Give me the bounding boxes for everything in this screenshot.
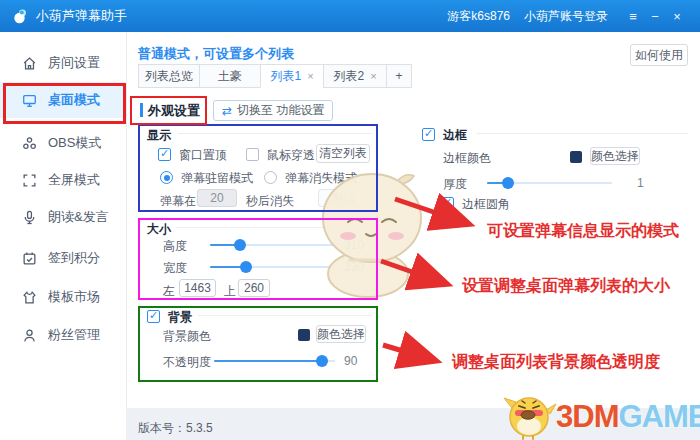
switch-button-label: 切换至 功能设置 (237, 102, 324, 119)
annotation-note-size: 设置调整桌面弹幕列表的大小 (462, 276, 670, 297)
divider (176, 227, 372, 228)
sidebar-item-obs-mode[interactable]: OBS模式 (0, 125, 125, 161)
background-checkbox[interactable] (147, 310, 160, 323)
sidebar-item-fans-management[interactable]: 粉丝管理 (0, 317, 125, 353)
app-title: 小葫芦弹幕助手 (36, 7, 127, 25)
border-group-title: 边框 (443, 127, 467, 144)
tab-label: 列表1 (270, 68, 301, 85)
danmu-stay-mode-radio[interactable] (160, 171, 173, 184)
height-label: 高度 (163, 238, 187, 255)
pos-top-label: 上 (224, 283, 236, 300)
version-label: 版本号：5.3.5 (138, 420, 213, 437)
brand-game-text: GAME (618, 399, 700, 434)
tab-label: + (395, 69, 402, 83)
danmu-vanish-mode-radio[interactable] (264, 171, 277, 184)
arrow-background-note (383, 345, 433, 360)
opacity-slider-track[interactable] (214, 360, 335, 362)
height-value: 310 (344, 238, 364, 252)
mouse-through-label: 鼠标穿透 (267, 147, 315, 164)
pos-left-input[interactable] (179, 279, 216, 297)
width-slider-thumb[interactable] (240, 261, 252, 273)
clear-list-button[interactable]: 清空列表 (316, 144, 370, 163)
danmu-stay-mode-label: 弹幕驻留模式 (181, 170, 253, 187)
tab-close-icon[interactable]: × (370, 70, 376, 82)
sidebar-item-label: 房间设置 (48, 54, 100, 72)
border-checkbox[interactable] (422, 128, 435, 141)
pos-left-label: 左 (163, 283, 175, 300)
height-slider-thumb[interactable] (234, 239, 246, 251)
login-link[interactable]: 小葫芦账号登录 (524, 8, 608, 25)
divider (178, 133, 372, 134)
tab-label: 列表总览 (145, 68, 193, 85)
obs-icon (22, 136, 37, 151)
border-color-picker-button[interactable]: 颜色选择 (590, 147, 640, 165)
page-title: 普通模式，可设置多个列表 (138, 45, 294, 63)
title-bar: 小葫芦弹幕助手 游客k6s876 小葫芦账号登录 ≡ − × (0, 0, 700, 32)
3dm-chick-mascot (502, 392, 560, 440)
border-rounded-label: 边框圆角 (462, 196, 510, 213)
close-icon[interactable]: × (666, 9, 688, 24)
tab-close-icon[interactable]: × (307, 70, 313, 82)
tab-add-button[interactable]: + (386, 64, 412, 88)
background-color-label: 背景颜色 (163, 328, 211, 345)
seconds-suffix-label: 秒后消失 (246, 193, 294, 210)
app-window: 小葫芦弹幕助手 游客k6s876 小葫芦账号登录 ≡ − × 房间设置 桌面模式… (0, 0, 700, 440)
border-color-swatch[interactable] (570, 151, 582, 163)
border-rounded-checkbox[interactable] (441, 197, 454, 210)
calendar-icon (22, 251, 37, 266)
pos-top-input[interactable] (238, 279, 270, 297)
sidebar-item-label: 桌面模式 (48, 91, 100, 109)
gourd-mascot-watermark (320, 168, 432, 298)
section-accent-bar (140, 103, 143, 117)
arrow-display-note (395, 199, 466, 223)
thickness-slider-track[interactable] (487, 182, 612, 184)
sidebar-item-desktop-mode[interactable]: 桌面模式 (0, 82, 125, 118)
sidebar-item-fullscreen-mode[interactable]: 全屏模式 (0, 162, 125, 198)
switch-to-function-settings-button[interactable]: ⇄ 切换至 功能设置 (213, 100, 333, 121)
guest-account-label[interactable]: 游客k6s876 (447, 8, 510, 25)
minimize-icon[interactable]: − (644, 9, 666, 24)
sidebar-item-label: 签到积分 (48, 249, 100, 267)
opacity-slider-fill (214, 360, 322, 362)
display-group-title: 显示 (147, 127, 171, 144)
brand-3dm-text: 3DM (556, 399, 618, 434)
fullscreen-icon (22, 173, 37, 188)
tab-list1[interactable]: 列表1 × (260, 64, 324, 88)
width-slider-track[interactable] (210, 266, 338, 268)
window-on-top-label: 窗口置顶 (179, 147, 227, 164)
swap-icon: ⇄ (222, 104, 232, 118)
sidebar-item-speech[interactable]: 朗读&发言 (0, 199, 125, 235)
background-group-title: 背景 (168, 309, 192, 326)
sidebar-item-label: 模板市场 (48, 288, 100, 306)
help-button[interactable]: 如何使用 (630, 44, 688, 66)
tab-label: 列表2 (333, 68, 364, 85)
sidebar-item-label: 朗读&发言 (48, 208, 109, 226)
opacity-value: 90 (344, 354, 357, 368)
seconds-input[interactable] (197, 189, 237, 207)
desktop-icon (22, 93, 37, 108)
tab-list2[interactable]: 列表2 × (323, 64, 387, 88)
background-color-swatch[interactable] (298, 329, 310, 341)
sidebar-item-checkin-points[interactable]: 签到积分 (0, 240, 125, 276)
border-color-label: 边框颜色 (443, 150, 491, 167)
sidebar-item-template-market[interactable]: 模板市场 (0, 279, 125, 315)
height-slider-track[interactable] (210, 244, 338, 246)
annotation-note-background: 调整桌面列表背景颜色透明度 (452, 352, 660, 373)
shirt-icon (22, 290, 37, 305)
opacity-label: 不透明度 (163, 354, 211, 371)
danmu-in-label: 弹幕在 (160, 193, 196, 210)
3dm-brand-logo: 3DMGAME (556, 399, 700, 435)
sidebar-item-room-settings[interactable]: 房间设置 (0, 45, 125, 81)
menu-icon[interactable]: ≡ (622, 9, 644, 24)
tab-list-overview[interactable]: 列表总览 (138, 64, 200, 88)
thickness-slider-thumb[interactable] (502, 177, 514, 189)
opacity-slider-thumb[interactable] (316, 355, 328, 367)
background-color-picker-button[interactable]: 颜色选择 (316, 325, 366, 343)
thickness-label: 厚度 (443, 176, 467, 193)
window-on-top-checkbox[interactable] (158, 148, 171, 161)
annotation-note-display: 可设置弹幕信息显示的模式 (487, 221, 679, 242)
sidebar-item-label: 全屏模式 (48, 171, 100, 189)
test-button[interactable]: 测试 (318, 189, 368, 207)
tab-tuhao[interactable]: 土豪 (199, 64, 261, 88)
mouse-through-checkbox[interactable] (246, 148, 259, 161)
